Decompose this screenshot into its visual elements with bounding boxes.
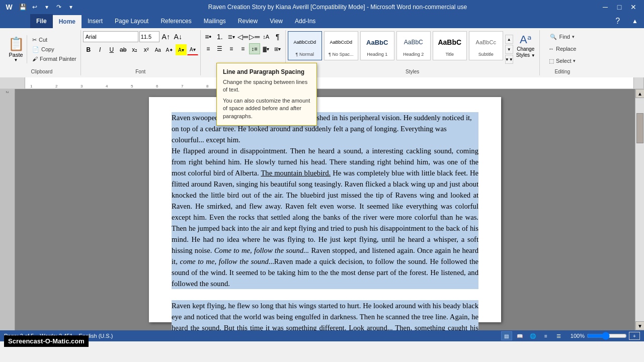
format-painter-button[interactable]: 🖌 Format Painter (30, 54, 78, 63)
web-layout-view-button[interactable]: 🌐 (527, 331, 538, 340)
clear-format-button[interactable]: Aa (152, 44, 164, 55)
copy-button[interactable]: 📄 Copy (30, 45, 78, 54)
style-title-preview: AaBbC (434, 33, 465, 52)
superscript-button[interactable]: x² (141, 44, 152, 55)
scroll-down-button[interactable]: ▼ (635, 321, 644, 330)
scroll-up-button[interactable]: ▲ (635, 89, 644, 98)
borders-button[interactable]: ⊞▾ (272, 43, 283, 54)
highlight-button[interactable]: A▾ (176, 44, 187, 55)
show-marks-button[interactable]: ¶ (272, 31, 283, 42)
vertical-scrollbar[interactable]: ▲ ▼ (635, 89, 644, 330)
help-button[interactable]: ? (609, 14, 626, 28)
bullets-button[interactable]: ≡• (203, 31, 214, 42)
redo-button[interactable]: ↷ (53, 2, 64, 13)
undo-button[interactable]: ↩ (29, 2, 40, 13)
cut-button[interactable]: ✂ Cut (30, 35, 78, 44)
zoom-slider[interactable] (587, 333, 627, 338)
select-button[interactable]: ⬚ Select ▾ (547, 55, 578, 66)
shading-button[interactable]: ▓▾ (261, 43, 272, 54)
style-subtitle[interactable]: AaBbCc Subtitle (469, 31, 503, 60)
clipboard-label: Clipboard (3, 69, 80, 74)
find-button[interactable]: 🔍 Find ▾ (548, 31, 576, 42)
sort-button[interactable]: ↕A (261, 31, 272, 42)
style-no-spacing[interactable]: AaBbCcDd ¶ No Spac... (324, 31, 358, 60)
text-effects-button[interactable]: A✦ (164, 44, 175, 55)
increase-indent-button[interactable]: ▷═ (249, 31, 260, 42)
style-heading2[interactable]: AaBbC Heading 2 (396, 31, 431, 60)
find-dropdown: ▾ (572, 34, 575, 39)
style-heading1-preview: AaBbC (362, 33, 393, 52)
decrease-indent-button[interactable]: ◁═ (237, 31, 249, 42)
page-indicator: 2 (5, 91, 10, 93)
style-title[interactable]: AaBbC Title (433, 31, 467, 60)
scroll-thumb[interactable] (636, 113, 643, 143)
draft-view-button[interactable]: ☰ (553, 331, 565, 340)
copy-label: Copy (41, 46, 54, 52)
subscript-button[interactable]: x₂ (129, 44, 140, 55)
replace-button[interactable]: ↔ Replace (546, 43, 578, 54)
ruler-side-left (0, 77, 25, 88)
font-format-row: B I U ab x₂ x² Aa A✦ A▾ A▾ (83, 44, 198, 55)
bold-button[interactable]: B (83, 44, 94, 55)
ribbon: File Home Insert Page Layout References … (0, 14, 644, 89)
styles-area: AaBbCcDd ¶ Normal AaBbCcDd ¶ No Spac... … (288, 31, 503, 67)
ruler-main: 1 2 3 4 5 6 7 8 9 10 (25, 77, 634, 88)
tab-review[interactable]: Review (232, 14, 264, 28)
paste-button[interactable]: 📋 Paste ▼ (5, 35, 27, 63)
document-page[interactable]: Raven swooped down, just so a flash of g… (149, 97, 501, 322)
styles-group-content: AaBbCcDd ¶ Normal AaBbCcDd ¶ No Spac... … (288, 31, 537, 74)
minimize-button[interactable]: ─ (599, 2, 612, 12)
close-button[interactable]: ✕ (627, 2, 640, 12)
increase-font-button[interactable]: A↑ (160, 31, 172, 42)
styles-expand[interactable]: ▼▼ (505, 55, 513, 64)
document-area: 2 Raven swooped down, just so a flash of… (0, 89, 644, 330)
scroll-track[interactable] (635, 98, 644, 321)
zoom-in-button[interactable]: + (629, 332, 640, 340)
print-layout-view-button[interactable]: ▤ (501, 331, 512, 340)
zoom-level: 100% (571, 333, 585, 339)
align-left-button[interactable]: ≡ (203, 43, 214, 54)
tab-add-ins[interactable]: Add-Ins (289, 14, 321, 28)
style-normal-label: ¶ Normal (296, 52, 314, 57)
italic-button[interactable]: I (95, 44, 106, 55)
paragraph-row2: ≡ ☰ ≡ ≡ ↕≡ ▓▾ ⊞▾ (203, 43, 283, 54)
strikethrough-button[interactable]: ab (118, 44, 129, 55)
outline-view-button[interactable]: ≡ (540, 331, 551, 340)
tab-mailings[interactable]: Mailings (198, 14, 232, 28)
style-normal[interactable]: AaBbCcDd ¶ Normal (288, 31, 322, 60)
screencast-watermark: Screencast-O-Matic.com (4, 335, 89, 347)
font-size-input[interactable] (139, 31, 159, 42)
tab-file[interactable]: File (30, 14, 53, 28)
font-color-button[interactable]: A▾ (187, 44, 198, 55)
justify-button[interactable]: ≡ (237, 43, 249, 54)
zoom-control: 100% + (571, 332, 640, 340)
replace-label: Replace (556, 46, 576, 52)
styles-scroll-up[interactable]: ▲ (505, 35, 513, 44)
selected-text-block: He flapped around in disappointment. The… (172, 145, 478, 289)
decrease-font-button[interactable]: A↓ (173, 31, 184, 42)
styles-scroll-down[interactable]: ▼ (505, 45, 513, 54)
tab-home[interactable]: Home (53, 14, 82, 28)
font-name-input[interactable] (83, 31, 138, 42)
tab-view[interactable]: View (264, 14, 289, 28)
full-reading-view-button[interactable]: 📖 (514, 331, 525, 340)
customize-qa-button[interactable]: ▾ (65, 2, 76, 13)
numbering-button[interactable]: 1. (214, 31, 225, 42)
align-right-button[interactable]: ≡ (226, 43, 237, 54)
style-heading1[interactable]: AaBbC Heading 1 (360, 31, 394, 60)
align-center-button[interactable]: ☰ (214, 43, 225, 54)
save-button[interactable]: 💾 (17, 2, 28, 13)
undo-dropdown-button[interactable]: ▾ (41, 2, 52, 13)
line-spacing-button[interactable]: ↕≡ (249, 43, 260, 54)
tab-page-layout[interactable]: Page Layout (109, 14, 154, 28)
restore-button[interactable]: □ (613, 2, 626, 12)
tab-insert[interactable]: Insert (82, 14, 109, 28)
style-heading2-label: Heading 2 (403, 52, 424, 57)
style-no-spacing-preview: AaBbCcDd (326, 33, 357, 52)
multilevel-list-button[interactable]: ☰▾ (226, 31, 237, 42)
minimize-ribbon-button[interactable]: ▲ (626, 14, 644, 28)
change-styles-button[interactable]: Aᵃ ChangeStyles ▼ (514, 31, 537, 67)
tab-references[interactable]: References (154, 14, 197, 28)
paste-icon: 📋 (8, 36, 24, 52)
underline-button[interactable]: U (106, 44, 117, 55)
